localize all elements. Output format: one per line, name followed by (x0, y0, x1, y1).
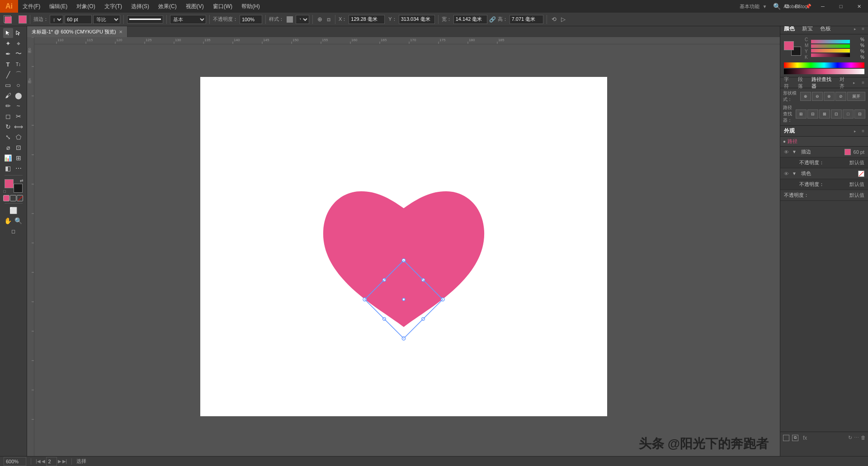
transform-icon[interactable]: ⟲ (552, 16, 557, 23)
screen-mode-btn[interactable]: ◻ (4, 226, 24, 236)
stroke-dropdown[interactable]: ↕ (50, 15, 63, 24)
pathfinder-tab[interactable]: 路径查找器 (811, 76, 835, 90)
blob-brush-tool[interactable]: ⬤ (14, 90, 24, 100)
unite-btn[interactable]: ⊕ (800, 92, 811, 101)
height-input[interactable] (509, 15, 543, 24)
appearance-menu[interactable]: ≡ (862, 128, 864, 133)
width-input[interactable] (453, 15, 487, 24)
c-slider[interactable] (811, 40, 850, 43)
paintbrush-tool[interactable]: 🖌 (3, 90, 13, 100)
gradient-mode-btn[interactable] (10, 195, 16, 201)
next-last-btn[interactable]: ▶| (62, 459, 67, 464)
global-edit-icon[interactable]: ⊕ (317, 16, 322, 23)
stroke-value-input[interactable] (65, 15, 92, 24)
lasso-tool[interactable]: ⌖ (14, 38, 24, 48)
scissors-tool[interactable]: ✂ (14, 111, 24, 121)
fill-visibility-icon[interactable]: 👁 (784, 171, 789, 176)
opacity-input[interactable] (240, 15, 262, 24)
expand-btn[interactable]: 展开 (847, 92, 865, 101)
prev-btn[interactable]: ◀ (42, 459, 45, 464)
curvature-tool[interactable]: 〜 (14, 49, 24, 59)
copy-item-btn[interactable]: ⧉ (792, 435, 798, 441)
stroke-color-preview[interactable] (844, 149, 851, 155)
menu-edit[interactable]: 编辑(E) (45, 0, 72, 13)
minus-back-btn[interactable]: ⊟ (854, 109, 865, 119)
minimize-btn[interactable]: ─ (814, 0, 832, 13)
fill-color-preview[interactable] (858, 171, 864, 177)
shear-icon[interactable]: ▷ (561, 16, 566, 23)
fg-color-swatch[interactable] (5, 179, 14, 188)
y-input[interactable] (399, 15, 435, 24)
stroke-expand-icon[interactable]: ▼ (792, 149, 798, 154)
menu-object[interactable]: 对象(O) (72, 0, 99, 13)
y-slider[interactable] (811, 49, 850, 52)
para-tab[interactable]: 段落 (798, 76, 807, 90)
zoom-input[interactable] (4, 457, 26, 466)
fx-label[interactable]: fx (803, 435, 807, 441)
mesh-tool[interactable]: ⊞ (14, 153, 24, 163)
color-panel-menu[interactable]: ≡ (862, 26, 864, 31)
merge-btn[interactable]: ⊠ (819, 109, 830, 119)
arrange-windows-btn[interactable]: ⧉ (781, 0, 792, 13)
refresh-icon[interactable]: ↻ (848, 435, 852, 441)
stroke-visibility-icon[interactable]: 👁 (784, 149, 789, 155)
smooth-tool[interactable]: ~ (14, 101, 24, 111)
column-graph-tool[interactable]: 📊 (3, 153, 13, 163)
magic-wand-tool[interactable]: ✦ (3, 38, 13, 48)
trim-btn[interactable]: ⊟ (807, 109, 818, 119)
ellipse-tool[interactable]: ○ (14, 80, 24, 90)
exclude-btn[interactable]: ⊘ (835, 92, 846, 101)
brush-dropdown[interactable]: 基本 (170, 15, 206, 24)
k-slider[interactable] (811, 53, 850, 57)
artboard-num-input[interactable] (46, 457, 57, 466)
shear-tool2[interactable]: ⬠ (14, 132, 24, 142)
pen-tool[interactable]: ✒ (3, 49, 13, 59)
rotate-tool[interactable]: ↻ (3, 122, 13, 132)
next-btn[interactable]: ▶ (58, 459, 61, 464)
none-mode-btn[interactable] (17, 195, 23, 201)
outline-btn[interactable]: □ (843, 109, 854, 119)
menu-window[interactable]: 窗口(W) (208, 0, 237, 13)
menu-view[interactable]: 视图(V) (181, 0, 208, 13)
swap-colors-icon[interactable]: ⇄ (20, 178, 24, 183)
zoom-tool[interactable]: 🔍 (14, 216, 24, 226)
x-input[interactable] (349, 15, 385, 24)
pathfinder-menu[interactable]: ≡ (862, 80, 864, 85)
minus-front-btn[interactable]: ⊖ (812, 92, 823, 101)
brightness-bar[interactable] (784, 69, 864, 74)
rect-tool[interactable]: ▭ (3, 80, 13, 90)
menu-select[interactable]: 选择(S) (127, 0, 154, 13)
line-tool[interactable]: ╱ (3, 70, 13, 80)
fg-swatch[interactable] (784, 41, 794, 50)
pin-btn[interactable]: 📌 (803, 0, 814, 13)
link-proportions-icon[interactable]: 🔗 (489, 16, 496, 23)
crop-btn[interactable]: ⊡ (831, 109, 842, 119)
reflect-tool[interactable]: ⟺ (14, 122, 24, 132)
menu-help[interactable]: 帮助(H) (237, 0, 264, 13)
search-icon[interactable]: 🔍 (773, 3, 781, 10)
more-icon[interactable]: ⋯ (854, 435, 859, 441)
touch-type-tool[interactable]: T↕ (14, 59, 24, 69)
stroke-style-dropdown[interactable]: 等比 (93, 15, 120, 24)
fill-expand-icon[interactable]: ▼ (792, 171, 798, 176)
arc-tool[interactable]: ⌒ (14, 70, 24, 80)
m-slider[interactable] (811, 44, 850, 48)
style-dropdown[interactable]: ▼ (296, 15, 309, 24)
delete-icon[interactable]: 🗑 (861, 435, 866, 441)
divide-btn[interactable]: ⊞ (796, 109, 807, 119)
intersect-btn[interactable]: ⊗ (824, 92, 835, 101)
align-tab[interactable]: 对齐 (840, 76, 849, 90)
doc-tab[interactable]: 未标题-1* @ 600% (CMYK/GPU 预览) ✕ (27, 26, 127, 37)
align-icon[interactable]: ⧈ (327, 16, 330, 23)
warp-tool[interactable]: ⌀ (3, 143, 13, 152)
stroke-fg-swatch[interactable] (5, 16, 12, 24)
menu-file[interactable]: 文件(F) (18, 0, 45, 13)
stroke-active-swatch[interactable] (19, 15, 27, 24)
stroke-preview[interactable] (127, 15, 163, 24)
maximize-btn[interactable]: □ (832, 0, 850, 13)
prev-artboard-btn[interactable]: |◀ (36, 459, 41, 464)
doc-tab-close[interactable]: ✕ (119, 29, 123, 34)
reshape-tool[interactable]: ⊡ (14, 143, 24, 152)
artboard-tool[interactable]: ⬜ (4, 205, 24, 215)
hand-tool[interactable]: ✋ (3, 216, 13, 226)
